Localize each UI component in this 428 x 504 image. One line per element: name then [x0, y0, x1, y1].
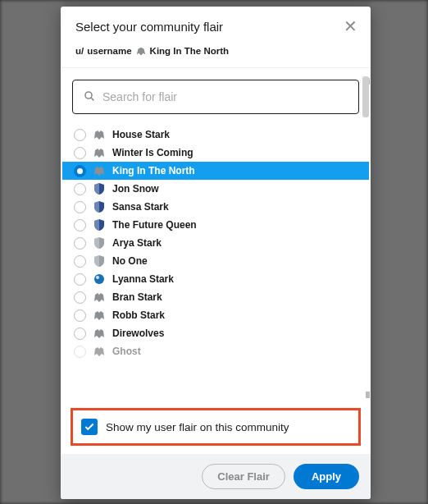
- modal-header: Select your community flair ✕: [61, 7, 371, 38]
- wolf-dark-icon: [93, 345, 106, 358]
- scroll-arrow-icon[interactable]: [366, 392, 370, 398]
- radio-icon[interactable]: [74, 346, 86, 358]
- close-icon[interactable]: ✕: [344, 18, 357, 34]
- shield-gray-icon: [93, 236, 106, 250]
- radio-icon[interactable]: [74, 219, 86, 231]
- flair-label: No One: [112, 255, 148, 267]
- username-text: username: [87, 46, 131, 56]
- svg-point-0: [85, 92, 92, 99]
- flair-list: House StarkWinter Is ComingKing In The N…: [71, 126, 361, 360]
- user-flair-text: King In The North: [150, 46, 229, 56]
- flair-option[interactable]: Sansa Stark: [71, 198, 361, 216]
- radio-icon[interactable]: [74, 291, 86, 304]
- radio-icon[interactable]: [74, 328, 86, 340]
- radio-icon[interactable]: [74, 147, 86, 159]
- wolf-gray-icon: [93, 164, 106, 177]
- flair-label: Ghost: [112, 346, 141, 357]
- radio-icon[interactable]: [74, 309, 86, 322]
- flair-label: House Stark: [112, 129, 170, 140]
- flair-option[interactable]: No One: [71, 252, 361, 270]
- flair-label: Robb Stark: [112, 309, 165, 321]
- flair-option[interactable]: House Stark: [71, 126, 361, 144]
- flair-label: Bran Stark: [112, 291, 162, 303]
- svg-point-3: [96, 276, 99, 279]
- flair-scroll-area: House StarkWinter Is ComingKing In The N…: [61, 68, 371, 401]
- modal-footer: Clear Flair Apply: [61, 454, 371, 499]
- flair-option[interactable]: Jon Snow: [71, 180, 361, 198]
- flair-search[interactable]: [72, 80, 359, 114]
- username-prefix: u/: [75, 46, 84, 56]
- radio-icon[interactable]: [74, 183, 86, 195]
- radio-icon[interactable]: [74, 165, 86, 177]
- flair-label: Direwolves: [112, 328, 164, 339]
- shield-blue-icon: [93, 182, 106, 195]
- radio-icon[interactable]: [74, 273, 86, 286]
- wolf-gray-icon: [93, 291, 106, 304]
- wolf-gray-icon: [93, 146, 106, 159]
- flair-option[interactable]: King In The North: [62, 162, 369, 180]
- flair-label: Winter Is Coming: [112, 147, 194, 158]
- orb-blue-icon: [93, 273, 106, 286]
- flair-label: King In The North: [112, 165, 195, 176]
- wolf-gray-icon: [93, 327, 106, 340]
- flair-option[interactable]: The Future Queen: [71, 216, 361, 234]
- svg-line-1: [91, 98, 93, 100]
- flair-option[interactable]: Winter Is Coming: [71, 144, 361, 162]
- flair-label: Lyanna Stark: [112, 273, 174, 285]
- radio-icon[interactable]: [74, 255, 86, 268]
- svg-point-2: [94, 274, 104, 284]
- apply-button[interactable]: Apply: [294, 464, 359, 489]
- radio-icon[interactable]: [74, 237, 86, 250]
- modal-title: Select your community flair: [75, 20, 223, 34]
- wolf-icon: [135, 46, 147, 56]
- flair-option[interactable]: Bran Stark: [71, 288, 361, 306]
- show-flair-checkbox-row[interactable]: Show my user flair on this community: [71, 408, 361, 446]
- flair-label: Jon Snow: [112, 183, 159, 195]
- flair-option[interactable]: Ghost: [71, 342, 361, 360]
- wolf-gray-icon: [93, 128, 106, 141]
- checkbox-checked-icon[interactable]: [81, 419, 98, 435]
- flair-option[interactable]: Direwolves: [71, 324, 361, 342]
- scrollbar-thumb[interactable]: [362, 76, 369, 117]
- flair-modal: Select your community flair ✕ u/username…: [61, 7, 371, 499]
- shield-gray-icon: [93, 254, 106, 268]
- flair-option[interactable]: Robb Stark: [71, 306, 361, 324]
- shield-blue-icon: [93, 200, 106, 213]
- flair-label: Arya Stark: [112, 237, 162, 249]
- show-flair-label: Show my user flair on this community: [106, 421, 289, 433]
- radio-icon[interactable]: [74, 201, 86, 213]
- wolf-gray-icon: [93, 309, 106, 322]
- search-input[interactable]: [102, 90, 348, 103]
- radio-icon[interactable]: [74, 129, 86, 141]
- flair-label: The Future Queen: [112, 219, 197, 231]
- clear-flair-button[interactable]: Clear Flair: [202, 464, 285, 489]
- user-flair-preview: u/username King In The North: [61, 38, 371, 67]
- flair-option[interactable]: Lyanna Stark: [71, 270, 361, 288]
- flair-label: Sansa Stark: [112, 201, 169, 213]
- search-icon: [83, 89, 96, 105]
- shield-blue-icon: [93, 218, 106, 231]
- flair-option[interactable]: Arya Stark: [71, 234, 361, 252]
